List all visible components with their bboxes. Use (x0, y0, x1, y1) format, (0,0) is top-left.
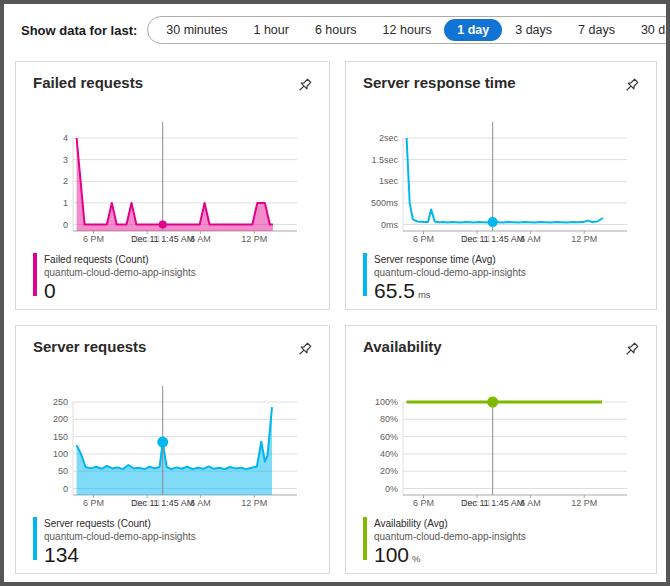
server-requests-chart[interactable]: 2502001501005006 PMDec 116 AM12 PMDec 11… (16, 384, 308, 510)
range-option-6-hours[interactable]: 6 hours (302, 19, 370, 42)
card-failed-requests: Failed requests 432106 PMDec 116 AM12 PM… (15, 61, 330, 310)
x-axis-label: 6 PM (413, 498, 434, 508)
hover-dot (488, 217, 498, 227)
time-range-toolbar: Show data for last: 30 minutes1 hour6 ho… (21, 16, 666, 44)
y-axis-label: 100 (53, 449, 68, 459)
y-axis-label: 80% (380, 414, 398, 424)
hover-dot (157, 437, 168, 448)
y-axis-label: 1 (63, 198, 68, 208)
legend: Failed requests (Count) quantum-cloud-de… (33, 253, 317, 302)
hover-time-label: Dec 11 1:45 AM (461, 498, 524, 508)
hover-time-label: Dec 11 1:45 AM (461, 234, 524, 244)
legend-metric: Failed requests (Count) (44, 253, 196, 266)
x-axis-label: 12 PM (241, 234, 267, 244)
y-axis-label: 1.5sec (371, 155, 398, 165)
legend-metric: Availability (Avg) (374, 517, 526, 530)
legend-resource: quantum-cloud-demo-app-insights (374, 266, 526, 279)
legend-color-bar (363, 517, 367, 560)
legend-value: 0 (44, 280, 56, 302)
y-axis-label: 0 (63, 220, 68, 230)
x-axis-label: 6 PM (413, 234, 434, 244)
hover-dot (159, 221, 167, 229)
y-axis-label: 0% (385, 484, 398, 494)
server-response-time-chart[interactable]: 2sec1.5sec1sec500ms0ms6 PMDec 116 AM12 P… (346, 120, 638, 246)
availability-chart[interactable]: 100%80%60%40%20%0%6 PMDec 116 AM12 PMDec… (346, 384, 638, 510)
series-line (77, 407, 272, 469)
range-option-3-days[interactable]: 3 days (502, 19, 565, 42)
legend-resource: quantum-cloud-demo-app-insights (374, 530, 526, 543)
range-option-30-minutes[interactable]: 30 minutes (153, 19, 240, 42)
range-option-7-days[interactable]: 7 days (565, 19, 628, 42)
hover-time-label: Dec 11 1:45 AM (131, 234, 194, 244)
y-axis-label: 200 (53, 414, 68, 424)
metric-cards-grid: Failed requests 432106 PMDec 116 AM12 PM… (15, 61, 666, 574)
range-option-30-days[interactable]: 30 days (628, 19, 670, 42)
series-area (77, 138, 273, 231)
pin-icon (621, 340, 641, 360)
y-axis-label: 2 (63, 176, 68, 186)
y-axis-label: 2sec (379, 133, 399, 143)
legend-color-bar (33, 517, 37, 560)
y-axis-label: 500ms (371, 198, 399, 208)
time-range-group: 30 minutes1 hour6 hours12 hours1 day3 da… (147, 16, 670, 44)
card-title: Server response time (363, 74, 516, 91)
y-axis-label: 20% (380, 466, 398, 476)
legend-color-bar (33, 253, 37, 296)
y-axis-label: 0 (63, 484, 68, 494)
x-axis-label: 12 PM (571, 498, 597, 508)
failed-requests-chart[interactable]: 432106 PMDec 116 AM12 PMDec 11 1:45 AM (16, 120, 308, 246)
pin-button[interactable] (293, 76, 315, 98)
legend-color-bar (363, 253, 367, 296)
app-window: Show data for last: 30 minutes1 hour6 ho… (0, 0, 670, 586)
pin-icon (621, 76, 641, 96)
legend: Server requests (Count) quantum-cloud-de… (33, 517, 317, 566)
card-server-response-time: Server response time 2sec1.5sec1sec500ms… (345, 61, 657, 310)
card-availability: Availability 100%80%60%40%20%0%6 PMDec 1… (345, 325, 657, 574)
hover-time-label: Dec 11 1:45 AM (131, 498, 194, 508)
y-axis-label: 3 (63, 155, 68, 165)
y-axis-label: 250 (53, 397, 68, 407)
y-axis-label: 40% (380, 449, 398, 459)
legend-resource: quantum-cloud-demo-app-insights (44, 266, 196, 279)
pin-button[interactable] (620, 76, 642, 98)
legend: Availability (Avg) quantum-cloud-demo-ap… (363, 517, 644, 566)
x-axis-label: 6 PM (83, 498, 104, 508)
series-line (407, 138, 603, 223)
x-axis-label: 6 PM (83, 234, 104, 244)
hover-dot (487, 397, 498, 408)
card-title: Failed requests (33, 74, 143, 91)
card-title: Availability (363, 338, 442, 355)
legend-resource: quantum-cloud-demo-app-insights (44, 530, 196, 543)
series-area (77, 407, 272, 495)
legend-unit: % (412, 553, 420, 564)
y-axis-label: 150 (53, 432, 68, 442)
legend-value: 65.5 (374, 280, 415, 302)
legend-unit: ms (418, 289, 431, 300)
pin-icon (294, 76, 314, 96)
range-option-12-hours[interactable]: 12 hours (370, 19, 445, 42)
card-title: Server requests (33, 338, 146, 355)
y-axis-label: 100% (375, 397, 398, 407)
y-axis-label: 1sec (379, 176, 399, 186)
range-option-1-hour[interactable]: 1 hour (240, 19, 301, 42)
pin-button[interactable] (293, 340, 315, 362)
y-axis-label: 60% (380, 432, 398, 442)
card-server-requests: Server requests 2502001501005006 PMDec 1… (15, 325, 330, 574)
legend-metric: Server requests (Count) (44, 517, 196, 530)
legend: Server response time (Avg) quantum-cloud… (363, 253, 644, 302)
time-range-label: Show data for last: (21, 23, 137, 38)
x-axis-label: 12 PM (571, 234, 597, 244)
legend-metric: Server response time (Avg) (374, 253, 526, 266)
y-axis-label: 50 (58, 466, 68, 476)
pin-icon (294, 340, 314, 360)
y-axis-label: 0ms (381, 220, 399, 230)
y-axis-label: 4 (63, 133, 68, 143)
legend-value: 134 (44, 544, 79, 566)
range-option-1-day[interactable]: 1 day (444, 19, 502, 42)
pin-button[interactable] (620, 340, 642, 362)
x-axis-label: 12 PM (241, 498, 267, 508)
legend-value: 100 (374, 544, 409, 566)
